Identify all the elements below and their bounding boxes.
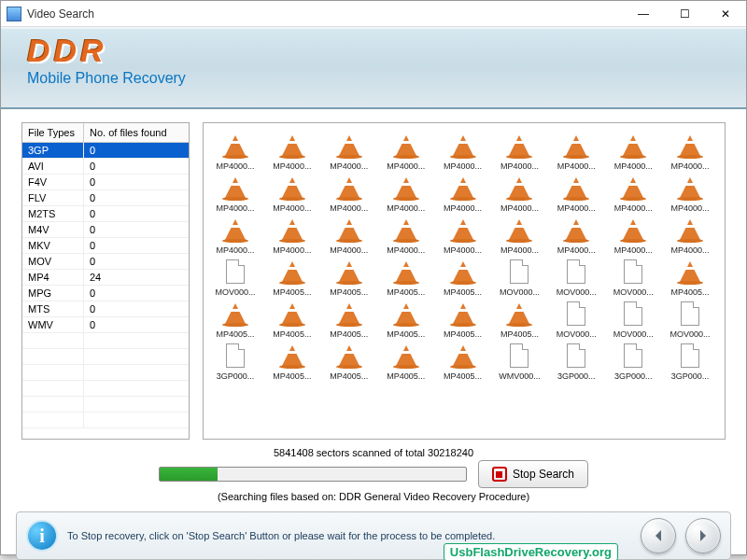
file-thumb[interactable]: 3GP000...: [664, 341, 716, 381]
cell-type: MTS: [22, 301, 84, 316]
file-thumb[interactable]: MP4000...: [607, 215, 659, 255]
vlc-cone-icon: [396, 219, 416, 240]
file-thumb[interactable]: MP4000...: [437, 131, 489, 171]
file-thumb[interactable]: MP4000...: [323, 131, 375, 171]
vlc-cone-icon: [509, 135, 529, 156]
table-row[interactable]: WMV0: [22, 317, 189, 333]
file-thumb[interactable]: MOV000...: [607, 299, 659, 339]
file-icon: [510, 343, 529, 368]
file-label: MP4005...: [381, 329, 431, 339]
file-thumb[interactable]: MP4005...: [380, 257, 432, 297]
file-thumb[interactable]: MP4000...: [493, 131, 545, 171]
file-thumb[interactable]: MP4005...: [323, 299, 375, 339]
cell-count: 0: [84, 238, 189, 253]
file-thumb[interactable]: MP4005...: [323, 257, 375, 297]
file-thumb[interactable]: MP4000...: [437, 215, 489, 255]
file-thumb[interactable]: MP4000...: [493, 173, 545, 213]
file-thumb[interactable]: MOV000...: [550, 299, 602, 339]
file-thumb[interactable]: MP4000...: [209, 173, 261, 213]
file-label: MP4000...: [665, 245, 715, 255]
file-thumb[interactable]: MP4000...: [607, 131, 659, 171]
file-thumb[interactable]: MP4000...: [266, 173, 318, 213]
file-label: MP4000...: [608, 203, 658, 213]
file-thumb[interactable]: MP4000...: [664, 215, 716, 255]
table-row[interactable]: MOV0: [22, 254, 189, 270]
vlc-cone-icon: [680, 177, 700, 198]
file-thumb[interactable]: WMV000...: [493, 341, 545, 381]
vlc-cone-icon: [453, 303, 473, 324]
file-label: MP4000...: [267, 203, 317, 213]
table-row[interactable]: AVI0: [22, 159, 189, 175]
table-row[interactable]: FLV0: [22, 190, 189, 206]
file-types-table[interactable]: File Types No. of files found 3GP0AVI0F4…: [21, 122, 190, 440]
file-thumb[interactable]: MP4000...: [266, 131, 318, 171]
close-button[interactable]: ✕: [705, 1, 746, 27]
file-thumb[interactable]: MP4005...: [209, 299, 261, 339]
file-label: MP4000...: [551, 245, 601, 255]
file-thumb[interactable]: MP4000...: [550, 173, 602, 213]
file-thumb[interactable]: MP4005...: [380, 299, 432, 339]
maximize-button[interactable]: ☐: [664, 1, 705, 27]
info-icon: i: [26, 520, 58, 552]
table-row[interactable]: MTS0: [22, 301, 189, 317]
file-thumb[interactable]: MP4000...: [266, 215, 318, 255]
file-thumb[interactable]: MP4000...: [209, 131, 261, 171]
forward-button[interactable]: [685, 518, 721, 553]
file-thumb[interactable]: MOV000...: [664, 299, 716, 339]
table-row[interactable]: 3GP0: [22, 143, 189, 159]
back-button[interactable]: [641, 518, 676, 553]
file-label: MP4000...: [267, 245, 317, 255]
file-thumb[interactable]: MP4005...: [437, 341, 489, 381]
file-thumb[interactable]: MP4000...: [323, 173, 375, 213]
file-thumb[interactable]: MP4005...: [380, 341, 432, 381]
vlc-cone-icon: [566, 135, 586, 156]
file-label: MP4005...: [324, 371, 374, 381]
file-thumb[interactable]: MP4005...: [664, 257, 716, 297]
results-panel[interactable]: MP4000...MP4000...MP4000...MP4000...MP40…: [203, 122, 726, 440]
file-thumb[interactable]: MP4000...: [209, 215, 261, 255]
table-row[interactable]: M4V0: [22, 222, 189, 238]
stop-search-button[interactable]: Stop Search: [478, 460, 588, 488]
file-thumb[interactable]: MP4000...: [664, 131, 716, 171]
file-thumb[interactable]: MP4005...: [323, 341, 375, 381]
file-thumb[interactable]: MP4000...: [550, 215, 602, 255]
file-thumb[interactable]: 3GP000...: [550, 341, 602, 381]
file-thumb[interactable]: MOV000...: [550, 257, 602, 297]
file-label: MP4005...: [324, 329, 374, 339]
file-thumb[interactable]: MOV000...: [209, 257, 261, 297]
file-thumb[interactable]: MP4005...: [437, 299, 489, 339]
file-thumb[interactable]: MP4000...: [380, 131, 432, 171]
file-thumb[interactable]: MP4000...: [664, 173, 716, 213]
table-row[interactable]: MPG0: [22, 286, 189, 301]
file-thumb[interactable]: MOV000...: [607, 257, 659, 297]
table-row[interactable]: MKV0: [22, 238, 189, 254]
minimize-button[interactable]: —: [623, 1, 664, 27]
file-thumb[interactable]: MP4000...: [607, 173, 659, 213]
table-row[interactable]: M2TS0: [22, 206, 189, 222]
table-row[interactable]: F4V0: [22, 175, 189, 190]
table-row[interactable]: MP424: [22, 270, 189, 286]
file-thumb[interactable]: MP4005...: [493, 299, 545, 339]
file-thumb[interactable]: MP4005...: [437, 257, 489, 297]
file-thumb[interactable]: MP4000...: [437, 173, 489, 213]
file-thumb[interactable]: MP4000...: [380, 215, 432, 255]
cell-count: 0: [84, 222, 189, 237]
file-thumb[interactable]: 3GP000...: [209, 341, 261, 381]
file-thumb[interactable]: MP4000...: [493, 215, 545, 255]
file-label: MP4005...: [381, 371, 431, 381]
file-label: MP4005...: [267, 329, 317, 339]
file-thumb[interactable]: MP4000...: [323, 215, 375, 255]
table-row: [22, 365, 189, 381]
file-label: MP4000...: [210, 245, 261, 255]
file-thumb[interactable]: MOV000...: [493, 257, 545, 297]
file-thumb[interactable]: MP4000...: [550, 131, 602, 171]
file-thumb[interactable]: MP4000...: [380, 173, 432, 213]
file-thumb[interactable]: 3GP000...: [607, 341, 659, 381]
file-thumb[interactable]: MP4005...: [266, 257, 318, 297]
file-icon: [681, 301, 699, 326]
file-thumb[interactable]: MP4005...: [266, 299, 318, 339]
file-icon: [624, 301, 642, 326]
file-label: MOV000...: [608, 329, 658, 339]
file-thumb[interactable]: MP4005...: [266, 341, 318, 381]
vlc-cone-icon: [339, 303, 359, 324]
